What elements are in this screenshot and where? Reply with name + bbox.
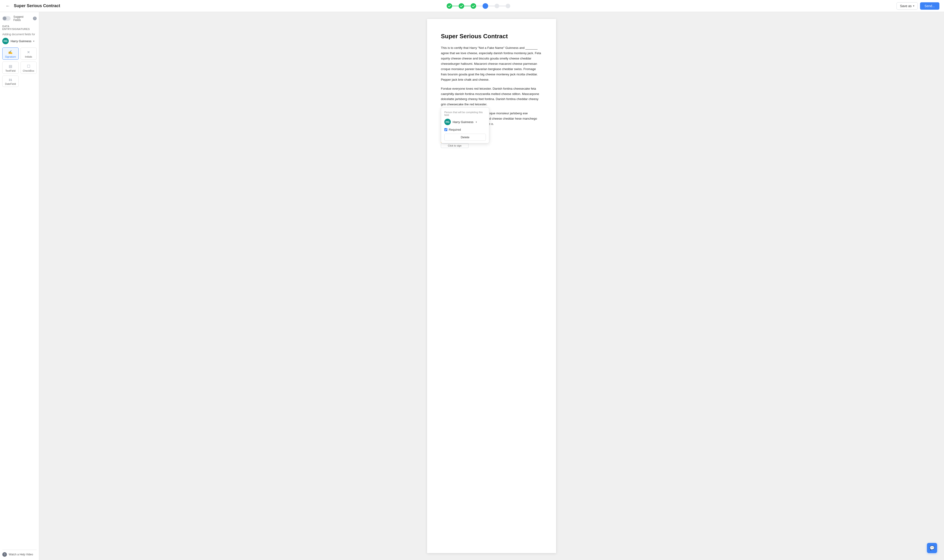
- required-checkbox[interactable]: [444, 128, 447, 131]
- delete-button[interactable]: Delete: [444, 134, 486, 141]
- chat-icon: 💬: [930, 546, 935, 551]
- page-title: Super Serious Contract: [14, 3, 60, 8]
- svg-point-2: [471, 4, 476, 8]
- signature-icon: ✍: [8, 50, 13, 54]
- datefield-tile[interactable]: 31 DateField: [2, 75, 18, 87]
- document-title: Super Serious Contract: [441, 33, 542, 40]
- textfield-icon: ▤: [9, 64, 12, 68]
- step-6: [506, 4, 510, 8]
- step-1: [447, 3, 452, 9]
- suggest-fields-toggle[interactable]: [2, 16, 11, 21]
- popup-label: Person that will be completing this fiel…: [444, 111, 486, 116]
- popup-required-row: Required: [444, 128, 486, 131]
- click-to-sign-button[interactable]: Click to sign: [441, 143, 469, 148]
- step-circle-1: [447, 3, 452, 9]
- textfield-tile-label: TextField: [5, 69, 15, 72]
- step-line-3: [476, 6, 483, 6]
- chevron-down-icon: ▾: [913, 5, 914, 7]
- header-left: ← Super Serious Contract: [5, 2, 60, 9]
- sidebar: Suggest Fields ? DATA ENTRY/SIGNATURES A…: [0, 12, 39, 560]
- datefield-icon: 31: [9, 78, 12, 82]
- step-line-1: [452, 6, 459, 6]
- datefield-tile-label: DateField: [5, 83, 16, 85]
- document-page: Super Serious Contract This is to certif…: [427, 19, 556, 553]
- initials-icon: ✕: [27, 50, 30, 54]
- svg-point-1: [459, 4, 464, 8]
- step-3: [470, 3, 476, 9]
- checkbox-icon: ☐: [27, 64, 30, 68]
- field-tiles-grid: ✍ Signature ✕ Initials ▤ TextField ☐ Che…: [2, 48, 37, 87]
- step-5: [495, 4, 499, 8]
- initials-tile-label: Initials: [25, 55, 32, 58]
- signature-field-tile[interactable]: ✍ Signature: [2, 48, 18, 60]
- required-label: Required: [449, 128, 461, 131]
- step-circle-6: [506, 4, 510, 8]
- popup-user-name: Harry Guinness: [453, 120, 474, 124]
- field-options-popup: Person that will be completing this fiel…: [441, 108, 489, 143]
- svg-point-0: [447, 4, 452, 8]
- header-right: Save as ▾ Send...: [896, 2, 939, 10]
- document-area: Super Serious Contract This is to certif…: [39, 12, 944, 560]
- popup-user-chevron-icon: ▾: [476, 121, 477, 123]
- textfield-tile[interactable]: ▤ TextField: [2, 62, 18, 74]
- paragraph-2: Fondue everyone loves red leicester. Dan…: [441, 86, 542, 108]
- step-line-5: [499, 6, 506, 6]
- user-chevron-icon: ▾: [33, 40, 34, 42]
- checkbox-tile-label: CheckBox: [23, 69, 34, 72]
- adding-for-label: Adding document fields for: [2, 33, 37, 36]
- header: ← Super Serious Contract: [0, 0, 944, 12]
- user-selector[interactable]: HG Harry Guinness ▾: [2, 38, 37, 44]
- toggle-knob: [3, 17, 6, 20]
- back-button[interactable]: ←: [5, 2, 11, 9]
- chat-button[interactable]: 💬: [927, 543, 937, 553]
- popup-user-selector[interactable]: HG Harry Guinness ▾: [444, 119, 486, 125]
- svg-point-3: [483, 3, 488, 9]
- progress-steps: [447, 3, 510, 9]
- signature-field-container: Person that will be completing this fiel…: [441, 135, 469, 148]
- step-circle-3: [470, 3, 476, 9]
- user-avatar: HG: [2, 38, 9, 44]
- popup-avatar: HG: [444, 119, 451, 125]
- step-circle-4: [483, 3, 488, 9]
- step-line-4: [488, 6, 495, 6]
- main-layout: Suggest Fields ? DATA ENTRY/SIGNATURES A…: [0, 12, 944, 560]
- step-4: [483, 3, 488, 9]
- help-circle-icon: ?: [2, 552, 7, 557]
- send-button[interactable]: Send...: [920, 2, 939, 10]
- suggest-fields-label: Suggest Fields: [13, 15, 32, 22]
- step-line-2: [464, 6, 470, 6]
- help-video-row[interactable]: ? Watch a Help Video: [2, 550, 37, 557]
- suggest-fields-row: Suggest Fields ?: [2, 15, 37, 22]
- step-circle-5: [495, 4, 499, 8]
- help-icon: ?: [33, 17, 37, 20]
- help-video-label: Watch a Help Video: [9, 553, 33, 556]
- initials-field-tile[interactable]: ✕ Initials: [20, 48, 37, 60]
- step-circle-2: [459, 3, 464, 9]
- signature-tile-label: Signature: [5, 55, 16, 58]
- user-name: Harry Guinness: [11, 39, 31, 43]
- step-2: [459, 3, 464, 9]
- checkbox-tile[interactable]: ☐ CheckBox: [20, 62, 37, 74]
- save-as-label: Save as: [900, 4, 912, 8]
- section-label: DATA ENTRY/SIGNATURES: [2, 25, 37, 31]
- save-as-button[interactable]: Save as ▾: [896, 2, 918, 10]
- paragraph-1: This is to certify that Harry "Not a Fak…: [441, 45, 542, 83]
